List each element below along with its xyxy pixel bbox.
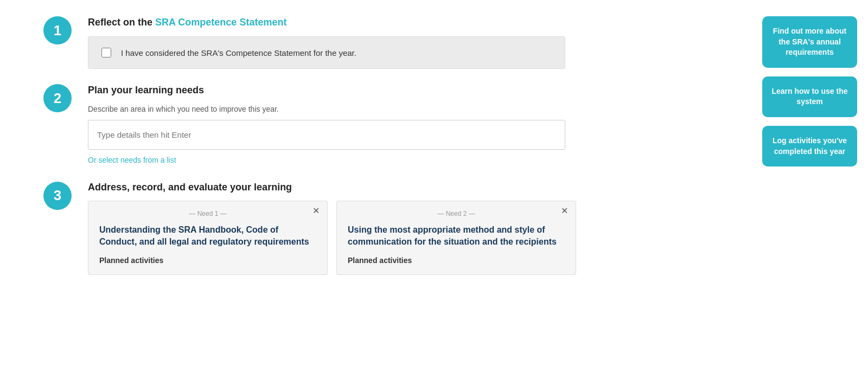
sidebar-btn-learn-system[interactable]: Learn how to use the system: [762, 76, 857, 117]
step3-section: 3 Address, record, and evaluate your lea…: [43, 182, 591, 275]
need-card-2-label: — Need 2 —: [348, 210, 565, 217]
step1-section: 1 Reflect on the SRA Competence Statemen…: [43, 16, 591, 69]
need-card-2: ✕ — Need 2 — Using the most appropriate …: [336, 201, 576, 275]
need-card-1-label: — Need 1 —: [99, 210, 316, 217]
describe-text: Describe an area in which you need to im…: [88, 105, 591, 113]
need-cards-row: ✕ — Need 1 — Understanding the SRA Handb…: [88, 201, 576, 275]
need-card-1-subtitle: Planned activities: [99, 256, 316, 265]
need-card-2-title: Using the most appropriate method and st…: [348, 224, 565, 248]
sidebar: Find out more about the SRA's annual req…: [760, 0, 868, 183]
step2-section: 2 Plan your learning needs Describe an a…: [43, 84, 591, 166]
step2-content: Plan your learning needs Describe an are…: [88, 84, 591, 166]
sra-competence-link[interactable]: SRA Competence Statement: [155, 17, 286, 28]
step3-title: Address, record, and evaluate your learn…: [88, 182, 591, 193]
step1-title-prefix: Reflect on the: [88, 17, 155, 28]
step2-title: Plan your learning needs: [88, 84, 591, 97]
select-needs-link[interactable]: Or select needs from a list: [88, 156, 176, 164]
step3-content: Address, record, and evaluate your learn…: [88, 182, 591, 275]
step3-circle: 3: [43, 182, 72, 210]
step1-content: Reflect on the SRA Competence Statement …: [88, 16, 591, 69]
needs-input[interactable]: [88, 120, 565, 150]
need-card-1-title: Understanding the SRA Handbook, Code of …: [99, 224, 316, 248]
need-card-2-close[interactable]: ✕: [561, 207, 568, 215]
checkbox-area: I have considered the SRA's Competence S…: [88, 36, 565, 69]
competence-checkbox[interactable]: [101, 48, 111, 57]
step2-circle: 2: [43, 84, 72, 112]
checkbox-label: I have considered the SRA's Competence S…: [121, 48, 356, 57]
need-card-1: ✕ — Need 1 — Understanding the SRA Handb…: [88, 201, 328, 275]
need-card-2-subtitle: Planned activities: [348, 256, 565, 265]
need-card-1-close[interactable]: ✕: [312, 207, 320, 215]
step1-title: Reflect on the SRA Competence Statement: [88, 16, 591, 29]
sidebar-btn-log-activities[interactable]: Log activities you've completed this yea…: [762, 126, 857, 167]
step1-circle: 1: [43, 16, 72, 44]
sidebar-btn-sra-requirements[interactable]: Find out more about the SRA's annual req…: [762, 16, 857, 68]
